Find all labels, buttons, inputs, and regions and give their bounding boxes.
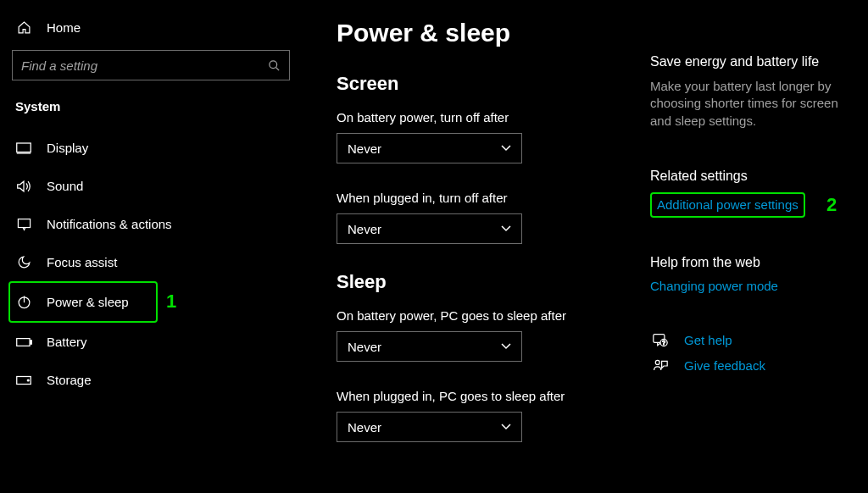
svg-line-1 bbox=[276, 67, 279, 69]
energy-title: Save energy and battery life bbox=[650, 54, 862, 69]
sleep-plugged-label: When plugged in, PC goes to sleep after bbox=[337, 389, 625, 403]
give-feedback-link[interactable]: Give feedback bbox=[650, 358, 862, 374]
svg-rect-7 bbox=[16, 338, 29, 346]
help-from-web-title: Help from the web bbox=[650, 255, 862, 270]
sidebar-item-notifications[interactable]: Notifications & actions bbox=[12, 205, 290, 243]
svg-rect-4 bbox=[18, 219, 30, 227]
power-icon bbox=[15, 295, 32, 309]
screen-heading: Screen bbox=[337, 73, 625, 95]
sidebar-item-battery[interactable]: Battery bbox=[12, 323, 290, 361]
svg-rect-8 bbox=[30, 340, 31, 343]
home-label: Home bbox=[47, 20, 81, 35]
sleep-plugged-value: Never bbox=[348, 420, 381, 435]
get-help-label: Get help bbox=[684, 333, 732, 347]
storage-icon bbox=[15, 375, 32, 385]
display-icon bbox=[15, 142, 32, 154]
sidebar-item-sound[interactable]: Sound bbox=[12, 167, 290, 205]
additional-power-settings-label: Additional power settings bbox=[657, 197, 798, 212]
related-settings-title: Related settings bbox=[650, 169, 862, 184]
sidebar-item-focus-assist[interactable]: Focus assist bbox=[12, 243, 290, 281]
sidebar-item-display[interactable]: Display bbox=[12, 129, 290, 167]
sleep-battery-select[interactable]: Never bbox=[337, 331, 522, 362]
chevron-down-icon bbox=[501, 225, 511, 232]
feedback-icon bbox=[650, 358, 670, 374]
sleep-heading: Sleep bbox=[337, 271, 625, 293]
energy-description: Make your battery last longer by choosin… bbox=[650, 78, 862, 130]
search-icon bbox=[268, 59, 281, 72]
search-input-container[interactable] bbox=[12, 50, 290, 80]
sidebar-item-label: Display bbox=[47, 141, 88, 155]
home-icon bbox=[15, 20, 32, 35]
sidebar-item-label: Storage bbox=[47, 373, 92, 387]
sound-icon bbox=[15, 180, 32, 193]
sidebar-item-power-sleep[interactable]: Power & sleep 1 bbox=[8, 281, 158, 323]
chevron-down-icon bbox=[501, 424, 511, 430]
sleep-battery-value: Never bbox=[348, 340, 381, 354]
home-nav[interactable]: Home bbox=[12, 14, 290, 47]
sidebar-item-storage[interactable]: Storage bbox=[12, 361, 290, 399]
chevron-down-icon bbox=[501, 343, 511, 350]
battery-icon bbox=[15, 337, 32, 347]
chevron-down-icon bbox=[501, 145, 511, 152]
screen-plugged-value: Never bbox=[348, 222, 381, 236]
annotation-number-2: 2 bbox=[826, 194, 837, 216]
focus-assist-icon bbox=[15, 255, 32, 269]
svg-point-0 bbox=[270, 60, 277, 68]
sidebar-item-label: Power & sleep bbox=[47, 295, 129, 309]
screen-plugged-select[interactable]: Never bbox=[337, 213, 522, 244]
page-title: Power & sleep bbox=[337, 19, 625, 47]
sidebar-item-label: Focus assist bbox=[47, 255, 117, 269]
sidebar-item-label: Sound bbox=[47, 179, 83, 193]
svg-text:?: ? bbox=[662, 340, 665, 346]
screen-battery-select[interactable]: Never bbox=[337, 133, 522, 163]
changing-power-mode-link[interactable]: Changing power mode bbox=[650, 279, 778, 293]
screen-plugged-label: When plugged in, turn off after bbox=[337, 191, 625, 205]
svg-point-10 bbox=[27, 379, 29, 381]
annotation-number-1: 1 bbox=[166, 291, 176, 313]
get-help-link[interactable]: ? Get help bbox=[650, 333, 862, 348]
section-label-system: System bbox=[12, 99, 290, 129]
notifications-icon bbox=[15, 218, 32, 231]
search-input[interactable] bbox=[21, 58, 268, 73]
get-help-icon: ? bbox=[650, 333, 670, 348]
sidebar-item-label: Notifications & actions bbox=[47, 217, 172, 231]
sleep-plugged-select[interactable]: Never bbox=[337, 412, 522, 442]
give-feedback-label: Give feedback bbox=[684, 358, 765, 373]
screen-battery-label: On battery power, turn off after bbox=[337, 110, 625, 125]
svg-point-14 bbox=[655, 360, 659, 364]
sleep-battery-label: On battery power, PC goes to sleep after bbox=[337, 308, 625, 323]
sidebar-item-label: Battery bbox=[47, 335, 87, 349]
additional-power-settings-link[interactable]: Additional power settings 2 bbox=[650, 192, 805, 218]
svg-rect-2 bbox=[17, 143, 31, 152]
screen-battery-value: Never bbox=[348, 141, 381, 156]
